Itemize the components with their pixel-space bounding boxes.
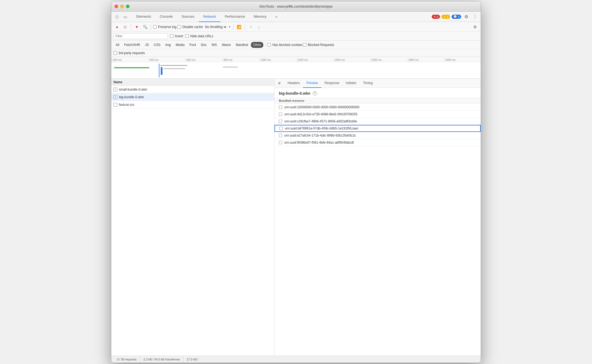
resource-checkbox-uuid5[interactable] xyxy=(279,134,282,137)
preserve-log-label: Preserve log xyxy=(158,25,176,29)
big-bundle-bar-blue xyxy=(161,67,162,75)
minimize-button[interactable] xyxy=(120,5,124,8)
big-bundle-bar-mid xyxy=(164,68,185,69)
settings-icon[interactable]: ⚙ xyxy=(463,13,470,20)
help-icon[interactable]: ? xyxy=(313,91,317,95)
detail-tab-preview[interactable]: Preview xyxy=(303,79,321,88)
network-settings-icon[interactable]: ⚙ xyxy=(471,23,479,30)
fullscreen-button[interactable] xyxy=(126,5,130,8)
file-row-favicon[interactable]: favicon.ico xyxy=(111,101,274,109)
filter-input[interactable] xyxy=(113,33,168,39)
resource-checkbox-uuid1[interactable] xyxy=(279,106,282,109)
wifi-icon[interactable]: 📶 xyxy=(236,23,243,30)
resource-row-uuid1[interactable]: urn:uuid:10000000-0000-0000-0000-0000000… xyxy=(275,104,481,111)
type-img[interactable]: Img xyxy=(163,42,173,48)
error-count: 6 xyxy=(437,15,438,18)
resource-checkbox-uuid4[interactable] xyxy=(279,127,283,130)
resource-urn-uuid6: urn:uuid:f9396e07-f081-4bfe-94a1-a8f954f… xyxy=(284,141,354,144)
third-party-label: 3rd-party requests xyxy=(118,51,145,55)
file-list-header-label: Name xyxy=(113,80,122,84)
detail-tab-response[interactable]: Response xyxy=(321,79,343,88)
warning-icon: ⚠ xyxy=(443,15,446,18)
timeline-graph[interactable] xyxy=(111,62,481,78)
cursor-icon[interactable]: ⬡ xyxy=(113,13,121,20)
file-row-small-bundle[interactable]: ≡ small-bundle-0.wbn xyxy=(111,86,274,93)
file-name-big-bundle: big-bundle-0.wbn xyxy=(119,95,144,99)
network-toolbar: ● ⊘ ▼ 🔍 Preserve log Disable cache No th… xyxy=(111,22,481,32)
hide-data-urls-checkbox[interactable]: Hide data URLs xyxy=(185,34,213,38)
third-party-checkbox[interactable]: 3rd-party requests xyxy=(113,51,145,55)
detail-tab-initiator[interactable]: Initiator xyxy=(343,79,360,88)
tab-sources[interactable]: Sources xyxy=(177,12,199,22)
resource-row-uuid3[interactable]: urn:uuid:c29cfba7-490b-4571-8656-a002a9f… xyxy=(275,118,481,125)
third-party-input[interactable] xyxy=(113,51,117,55)
tick-600: 600 ms xyxy=(185,58,222,62)
file-row-big-bundle[interactable]: ≡ big-bundle-0.wbn xyxy=(111,93,274,101)
type-wasm[interactable]: Wasm xyxy=(220,42,233,48)
has-blocked-cookies-checkbox[interactable]: Has blocked cookies xyxy=(267,43,302,47)
type-font[interactable]: Font xyxy=(187,42,198,48)
type-manifest[interactable]: Manifest xyxy=(234,42,250,48)
tab-console[interactable]: Console xyxy=(155,12,177,22)
type-css[interactable]: CSS xyxy=(152,42,163,48)
timeline-ruler: 200 ms 400 ms 600 ms 800 ms 1000 ms 1200… xyxy=(111,57,481,62)
disable-cache-checkbox[interactable]: Disable cache xyxy=(177,25,203,29)
detail-tab-headers[interactable]: Headers xyxy=(284,79,303,88)
tick-1600: 1600 ms xyxy=(370,58,407,62)
tab-performance[interactable]: Performance xyxy=(220,12,249,22)
stop-button[interactable]: ⊘ xyxy=(122,23,129,30)
invert-label: Invert xyxy=(175,34,183,38)
close-button[interactable] xyxy=(115,5,118,8)
message-badge[interactable]: 💬 9 xyxy=(452,15,461,19)
invert-checkbox[interactable]: Invert xyxy=(170,34,183,38)
disable-cache-input[interactable] xyxy=(177,25,181,29)
preserve-log-checkbox[interactable]: Preserve log xyxy=(153,25,176,29)
window-title: DevTools - www.jefftk.com/test/wbn9/prot… xyxy=(260,4,333,8)
search-icon[interactable]: 🔍 xyxy=(141,23,149,30)
resource-row-uuid6[interactable]: urn:uuid:f9396e07-f081-4bfe-94a1-a8f954f… xyxy=(275,139,481,146)
upload-icon[interactable]: ↑ xyxy=(247,23,254,30)
big-bundle-bar-top xyxy=(160,65,187,66)
type-media[interactable]: Media xyxy=(174,42,187,48)
resource-row-uuid4[interactable]: urn:uuid:dd78991a-57db-459c-b8b5-1e191f9… xyxy=(275,125,481,132)
type-other[interactable]: Other xyxy=(251,42,263,48)
warning-badge[interactable]: ⚠ 3 xyxy=(442,15,450,19)
download-icon[interactable]: ↓ xyxy=(255,23,263,30)
detail-title: big-bundle-0.wbn ? xyxy=(275,88,481,98)
tick-1200: 1200 ms xyxy=(296,58,333,62)
throttle-select[interactable]: No throttling xyxy=(204,25,227,29)
tab-memory[interactable]: Memory xyxy=(249,12,271,22)
filter-icon[interactable]: ▼ xyxy=(133,23,140,30)
resource-row-uuid5[interactable]: urn:uuid:e27afc54-171b-4afc-899b-93b135e… xyxy=(275,132,481,139)
blocked-requests-checkbox[interactable]: Blocked Requests xyxy=(303,43,334,47)
resource-checkbox-uuid3[interactable] xyxy=(279,120,282,123)
resource-checkbox-uuid2[interactable] xyxy=(279,113,282,116)
type-all[interactable]: All xyxy=(113,42,121,48)
type-fetch-xhr[interactable]: Fetch/XHR xyxy=(122,42,142,48)
tab-elements[interactable]: Elements xyxy=(132,12,155,22)
resource-row-uuid2[interactable]: urn:uuid:4d12c42e-e735-4088-8bd2-0f415f7… xyxy=(275,111,481,118)
detail-tab-timing[interactable]: Timing xyxy=(360,79,376,88)
file-list-header: Name xyxy=(111,79,274,86)
detail-close-button[interactable]: ✕ xyxy=(277,81,282,86)
record-button[interactable]: ● xyxy=(113,23,121,30)
has-blocked-cookies-input[interactable] xyxy=(267,43,271,47)
type-js[interactable]: JS xyxy=(143,42,151,48)
error-badge[interactable]: ✕ 6 xyxy=(432,15,440,19)
blocked-requests-input[interactable] xyxy=(303,43,306,47)
toolbar-separator-1 xyxy=(131,24,131,30)
preserve-log-input[interactable] xyxy=(153,25,157,29)
hide-data-urls-input[interactable] xyxy=(185,34,189,38)
device-icon[interactable]: ▭ xyxy=(122,13,129,20)
tab-network[interactable]: Network xyxy=(199,12,221,22)
type-doc[interactable]: Doc xyxy=(199,42,209,48)
more-options-icon[interactable]: ⋮ xyxy=(471,13,479,20)
status-bar: 3 / 38 requests 2.3 kB / 54.5 kB transfe… xyxy=(111,356,481,363)
resource-checkbox-uuid6[interactable] xyxy=(279,141,282,144)
resource-urn-uuid4: urn:uuid:dd78991a-57db-459c-b8b5-1e191f9… xyxy=(285,127,359,130)
file-icon-favicon xyxy=(113,103,117,107)
file-list: Name ≡ small-bundle-0.wbn ≡ big-bundle-0… xyxy=(111,79,275,356)
tab-more[interactable]: » xyxy=(271,12,282,22)
type-ws[interactable]: WS xyxy=(209,42,219,48)
invert-input[interactable] xyxy=(170,34,174,38)
